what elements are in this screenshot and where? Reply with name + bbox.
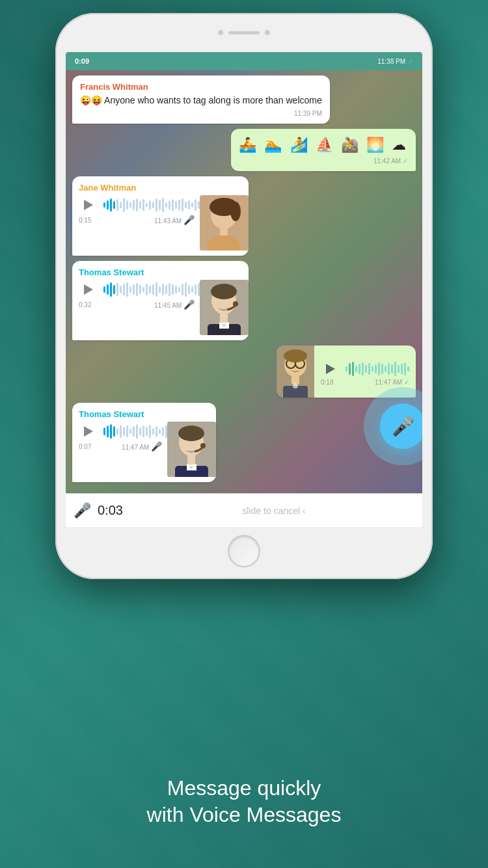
bar	[407, 366, 409, 372]
recording-time: 0:03	[98, 503, 127, 518]
avatar-jane-svg	[200, 195, 249, 251]
bar	[391, 364, 393, 373]
bar	[116, 199, 118, 211]
bar	[172, 199, 174, 211]
msg-text-francis: 😜😝 Anyone who wants to tag along is more…	[80, 94, 322, 107]
bar	[362, 362, 364, 375]
status-checkmark: ✓	[408, 58, 413, 65]
voice-msg-thomas-2[interactable]	[79, 422, 167, 441]
camera-dot	[218, 30, 223, 35]
bar	[375, 364, 377, 373]
voice-time-thomas-2: 11:47 AM 🎤	[122, 441, 162, 452]
emoji-content: 🚣 🏊 🏄 ⛵ 🚵 🌅 ☁	[239, 135, 408, 156]
bar	[126, 426, 128, 437]
bar	[110, 198, 112, 211]
bar	[152, 202, 154, 208]
bar	[388, 363, 390, 375]
recording-mic-icon: 🎤	[74, 502, 91, 519]
play-button-thomas-2[interactable]	[79, 422, 98, 441]
sender-name-francis: Francis Whitman	[80, 82, 322, 92]
message-francis-text: Francis Whitman 😜😝 Anyone who wants to t…	[72, 75, 330, 124]
bar	[401, 364, 403, 374]
waveform-sent	[346, 361, 409, 377]
bar	[365, 365, 367, 373]
bar	[159, 429, 161, 434]
bar	[136, 283, 138, 296]
bar	[378, 362, 380, 375]
message-thomas-voice-2: Thomas Stewart	[72, 403, 216, 482]
voice-msg-sent[interactable]	[321, 359, 409, 379]
bar	[195, 199, 197, 211]
sender-name-thomas-2: Thomas Stewart	[79, 409, 216, 419]
bar	[113, 426, 115, 437]
bar	[110, 282, 112, 297]
bar	[162, 427, 164, 436]
svg-rect-11	[220, 314, 228, 323]
phone-screen: 0:09 11:38 PM ✓ Francis Whitman 😜😝 Anyon…	[66, 52, 422, 527]
status-clock: 11:38 PM	[377, 58, 405, 65]
voice-duration-jane: 0:15	[79, 217, 91, 224]
bar	[120, 286, 122, 293]
voice-msg-jane[interactable]	[79, 195, 200, 215]
bar	[123, 198, 125, 212]
bar	[120, 202, 122, 208]
home-button[interactable]	[228, 535, 260, 567]
bar	[126, 200, 128, 210]
phone-camera-area	[218, 27, 270, 38]
mic-record-button[interactable]: 🎤	[380, 403, 422, 449]
bar	[178, 287, 180, 292]
bar	[191, 202, 193, 208]
bar	[191, 286, 193, 293]
voice-msg-thomas-1[interactable]	[79, 280, 200, 299]
voice-bubble-thomas-1: 0:32 11:45 AM 🎤	[79, 280, 249, 335]
bar	[123, 284, 125, 295]
bar	[346, 366, 347, 372]
bar	[103, 202, 105, 208]
bar	[133, 200, 135, 210]
play-icon-jane	[84, 200, 93, 210]
sent-voice-avatar	[277, 346, 314, 398]
bar	[152, 428, 154, 435]
play-button-jane[interactable]	[79, 195, 98, 215]
avatar-jane	[200, 195, 249, 251]
play-button-thomas-1[interactable]	[79, 280, 98, 299]
bar	[394, 362, 396, 376]
bar	[404, 362, 406, 375]
bottom-caption: Message quickly with Voice Messages	[0, 775, 488, 829]
avatar-thomas-2	[167, 422, 216, 477]
bar	[142, 426, 144, 437]
voice-mic-icon-thomas-2: 🎤	[151, 441, 162, 452]
bar	[103, 427, 105, 435]
bar	[156, 282, 157, 297]
play-icon-sent	[326, 364, 335, 374]
bar	[172, 284, 174, 295]
slide-cancel-text[interactable]: slide to cancel ‹	[133, 506, 414, 516]
voice-time-jane: 11:43 AM 🎤	[154, 215, 195, 225]
bar	[139, 285, 141, 294]
voice-mic-icon-thomas-1: 🎤	[183, 299, 195, 310]
phone-frame: 0:09 11:38 PM ✓ Francis Whitman 😜😝 Anyon…	[55, 13, 433, 579]
voice-meta-thomas-1: 0:32 11:45 AM 🎤	[79, 299, 200, 310]
bar	[169, 283, 170, 296]
bar	[169, 200, 170, 210]
bottom-line-2: with Voice Messages	[0, 802, 488, 829]
bottom-line-1: Message quickly	[0, 775, 488, 802]
voice-bubble-jane: 0:15 11:43 AM 🎤	[79, 195, 249, 251]
play-button-sent[interactable]	[321, 359, 340, 379]
bar	[156, 426, 157, 437]
bar	[113, 201, 115, 209]
status-right: 11:38 PM ✓	[377, 58, 413, 65]
voice-meta-jane: 0:15 11:43 AM 🎤	[79, 215, 200, 225]
bar	[188, 285, 190, 294]
bar	[146, 203, 148, 207]
bar	[188, 200, 190, 210]
svg-point-28	[200, 443, 206, 448]
bar	[146, 427, 148, 436]
voice-time-sent: 11:47 AM ✓	[375, 379, 409, 386]
voice-time-thomas-1: 11:45 AM 🎤	[154, 299, 195, 310]
mic-btn-icon: 🎤	[392, 416, 414, 437]
voice-bubble-thomas-2: 0:07 11:47 AM 🎤	[79, 422, 216, 477]
bar	[136, 198, 138, 211]
bar	[149, 286, 151, 293]
bar	[359, 364, 360, 374]
